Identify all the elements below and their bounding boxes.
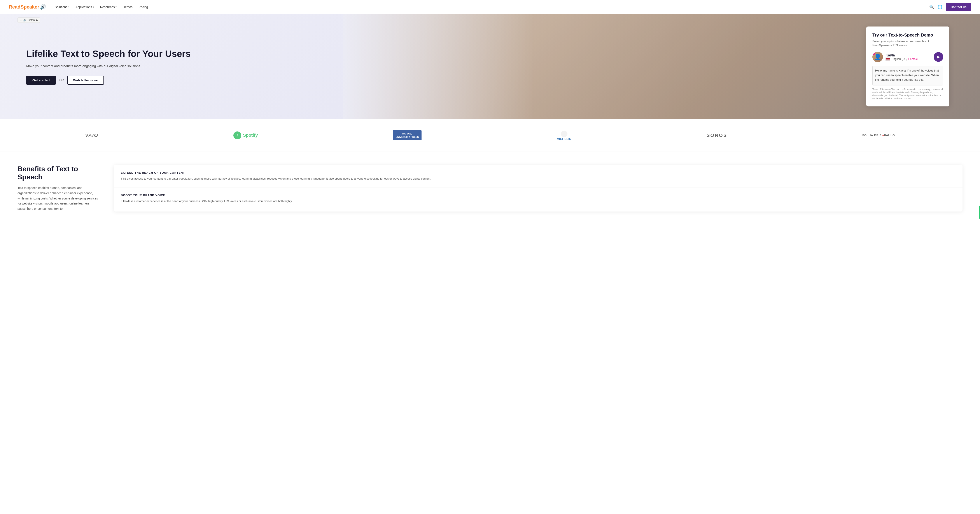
demo-text-area[interactable]: Hello, my name is Kayla, I'm one of the …	[872, 66, 943, 86]
voice-info: Kayla English (US) Female	[886, 53, 931, 61]
logos-section: VAIO ♪ Spotify OXFORDUNIVERSITY PRESS ⬤ …	[0, 119, 980, 152]
hero-subtitle: Make your content and products more enga…	[26, 64, 191, 69]
get-started-button[interactable]: Get started	[26, 76, 56, 84]
logo-text: ReadSpeaker	[9, 4, 39, 10]
benefits-left-panel: Benefits of Text to Speech Text to speec…	[18, 165, 100, 212]
benefits-title: Benefits of Text to Speech	[18, 165, 100, 181]
hero-title: Lifelike Text to Speech for Your Users	[26, 48, 191, 59]
nav-pricing[interactable]: Pricing	[139, 5, 148, 9]
logo-michelin: ⬤ MICHELIN	[557, 130, 571, 141]
demo-card: Try our Text-to-Speech Demo Select your …	[866, 27, 950, 106]
scrollbar-indicator[interactable]	[979, 205, 980, 219]
logo-spotify: ♪ Spotify	[234, 132, 258, 139]
nav-resources[interactable]: Resources ▾	[100, 5, 117, 9]
contact-us-button[interactable]: Contact us	[946, 3, 971, 11]
nav-solutions[interactable]: Solutions ▾	[55, 5, 69, 9]
play-icon[interactable]: ▶	[36, 19, 38, 22]
benefits-section: Benefits of Text to Speech Text to speec…	[0, 152, 980, 224]
hero-section: ☰ 🔊 Listen ▶ Lifelike Text to Speech for…	[0, 14, 980, 119]
demo-card-subtitle: Select your options below to hear sample…	[872, 39, 943, 47]
navbar: ReadSpeaker 🔊 Solutions ▾ Applications ▾…	[0, 0, 980, 14]
voice-language: English (US) Female	[886, 57, 931, 61]
logo-sonos: SONOS	[706, 132, 727, 138]
demo-card-title: Try our Text-to-Speech Demo	[872, 33, 943, 38]
speaker-icon: 🔊	[23, 19, 27, 22]
nav-links: Solutions ▾ Applications ▾ Resources ▾ D…	[55, 5, 929, 9]
hero-or-label: OR	[59, 78, 64, 82]
nav-actions: 🔍 🌐 Contact us	[929, 3, 971, 11]
chevron-down-icon: ▾	[68, 6, 69, 8]
benefit-item-1-text: TTS gives access to your content to a gr…	[121, 177, 956, 181]
chevron-down-icon: ▾	[116, 6, 116, 8]
nav-demos[interactable]: Demos	[123, 5, 132, 9]
michelin-man-icon: ⬤	[557, 130, 571, 137]
benefit-item-2-text: If flawless customer experience is at th…	[121, 199, 956, 204]
play-triangle-icon: ▶	[937, 55, 940, 59]
benefit-item-2-title: BOOST YOUR BRAND VOICE	[121, 194, 956, 197]
listen-bar[interactable]: ☰ 🔊 Listen ▶	[18, 18, 40, 23]
site-logo[interactable]: ReadSpeaker 🔊	[9, 4, 46, 10]
logo-speaker-icon: 🔊	[40, 4, 46, 10]
benefits-text: Text to speech enables brands, companies…	[18, 186, 100, 212]
search-icon[interactable]: 🔍	[929, 5, 934, 10]
listen-label: Listen	[28, 19, 35, 22]
watch-video-button[interactable]: Watch the video	[67, 76, 104, 84]
nav-applications[interactable]: Applications ▾	[75, 5, 94, 9]
avatar: ♀	[872, 52, 883, 62]
list-icon: ☰	[19, 19, 22, 22]
voice-name: Kayla	[886, 53, 931, 57]
play-button[interactable]: ▶	[934, 52, 943, 62]
demo-terms: Terms of Service – This demo is for eval…	[872, 88, 943, 100]
benefit-item-1-title: EXTEND THE REACH OF YOUR CONTENT	[121, 171, 956, 174]
benefits-right-panel: EXTEND THE REACH OF YOUR CONTENT TTS giv…	[114, 165, 963, 212]
spotify-icon: ♪	[234, 132, 241, 139]
chevron-down-icon: ▾	[93, 6, 94, 8]
logo-vaio: VAIO	[85, 132, 98, 138]
logo-folha: FOLHA DE S••PAULO	[862, 134, 895, 137]
benefit-item-1: EXTEND THE REACH OF YOUR CONTENT TTS giv…	[114, 165, 963, 188]
globe-icon[interactable]: 🌐	[937, 5, 942, 10]
voice-gender-badge: ♀	[872, 52, 875, 55]
flag-icon	[886, 57, 890, 60]
hero-content: Lifelike Text to Speech for Your Users M…	[0, 35, 199, 98]
benefit-item-2: BOOST YOUR BRAND VOICE If flawless custo…	[114, 188, 963, 210]
logo-oxford: OXFORDUNIVERSITY PRESS	[393, 130, 421, 140]
demo-voice-row: ♀ Kayla English (US) Female ▶	[872, 52, 943, 62]
voice-gender-label: Female	[908, 57, 918, 60]
hero-actions: Get started OR Watch the video	[26, 76, 191, 84]
